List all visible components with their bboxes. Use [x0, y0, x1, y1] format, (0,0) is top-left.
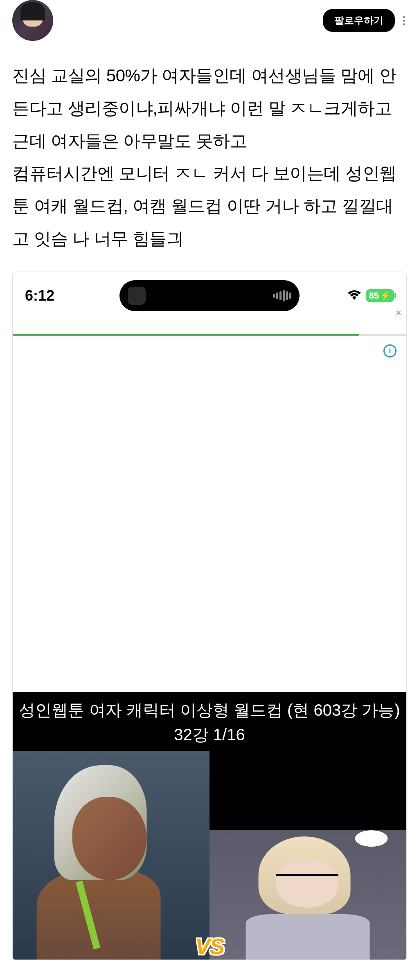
- post-header: 팔로우하기: [0, 0, 419, 47]
- vs-badge: VS: [195, 933, 224, 960]
- profile-area[interactable]: [12, 0, 53, 41]
- header-actions: 팔로우하기: [323, 9, 407, 32]
- battery-indicator: 85⚡: [366, 289, 394, 302]
- character-illustration-left: [23, 761, 200, 960]
- worldcup-option-left[interactable]: [13, 751, 210, 960]
- battery-level: 85: [369, 290, 379, 301]
- avatar[interactable]: [12, 0, 53, 41]
- sound-wave-icon: [273, 290, 291, 301]
- island-app-icon: [128, 287, 146, 305]
- close-icon[interactable]: ×: [396, 307, 401, 319]
- status-time: 6:12: [25, 287, 90, 304]
- progress-wrapper: ×: [13, 319, 406, 336]
- charging-icon: ⚡: [380, 290, 391, 301]
- post-body: 진심 교실의 50%가 여자들인데 여선생님들 맘에 안든다고 생리중이냐,피싸…: [0, 47, 419, 272]
- ad-blank-area: [13, 369, 406, 692]
- worldcup-title: 성인웹툰 여자 캐릭터 이상형 월드컵 (현 603강 가능) 32강 1/16: [13, 692, 406, 751]
- follow-button[interactable]: 팔로우하기: [323, 9, 395, 32]
- worldcup-content: VS: [13, 751, 406, 960]
- dynamic-island: [119, 280, 300, 311]
- more-icon[interactable]: [401, 14, 407, 27]
- wifi-icon: [348, 290, 361, 301]
- status-icons: 85⚡: [329, 289, 394, 302]
- worldcup-option-right[interactable]: [210, 751, 406, 960]
- ad-info-area: i: [13, 336, 406, 369]
- character-illustration-right: [219, 830, 396, 960]
- embedded-screenshot: 6:12 85⚡ × i: [12, 272, 407, 960]
- info-icon[interactable]: i: [383, 344, 396, 357]
- phone-status-bar: 6:12 85⚡: [13, 272, 406, 319]
